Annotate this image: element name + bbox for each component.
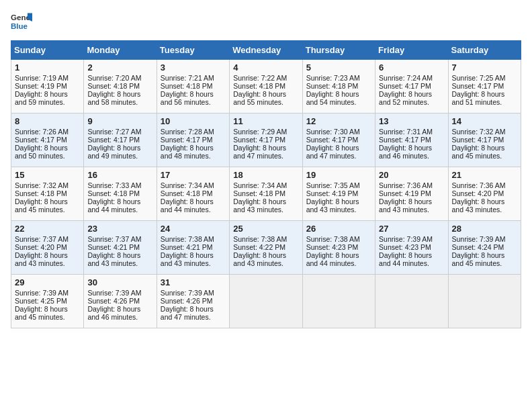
daylight: Daylight: 8 hours and 43 minutes. (15, 251, 68, 267)
calendar-cell: 25 Sunrise: 7:38 AM Sunset: 4:22 PM Dayl… (230, 221, 302, 275)
sunset: Sunset: 4:17 PM (379, 82, 431, 90)
calendar-cell: 26 Sunrise: 7:38 AM Sunset: 4:23 PM Dayl… (302, 221, 375, 275)
calendar-cell (448, 275, 521, 328)
calendar-cell: 22 Sunrise: 7:37 AM Sunset: 4:20 PM Dayl… (11, 221, 84, 275)
sunset: Sunset: 4:21 PM (161, 243, 213, 251)
sunrise: Sunrise: 7:39 AM (452, 235, 506, 243)
sunrise: Sunrise: 7:30 AM (306, 128, 360, 136)
sunset: Sunset: 4:18 PM (15, 189, 67, 197)
logo-icon: General Blue (11, 11, 32, 32)
sunset: Sunset: 4:24 PM (452, 243, 504, 251)
calendar-cell: 18 Sunrise: 7:34 AM Sunset: 4:18 PM Dayl… (230, 167, 302, 221)
sunrise: Sunrise: 7:27 AM (87, 128, 141, 136)
sunrise: Sunrise: 7:28 AM (161, 128, 214, 136)
day-number: 27 (379, 224, 444, 234)
sunset: Sunset: 4:22 PM (233, 243, 285, 251)
daylight: Daylight: 8 hours and 44 minutes. (87, 197, 140, 214)
day-number: 9 (87, 116, 152, 126)
day-number: 26 (306, 224, 371, 234)
day-number: 6 (379, 62, 444, 73)
calendar-cell: 20 Sunrise: 7:36 AM Sunset: 4:19 PM Dayl… (375, 167, 448, 221)
day-number: 11 (233, 116, 298, 126)
daylight: Daylight: 8 hours and 55 minutes. (233, 90, 286, 106)
col-header-monday: Monday (84, 41, 157, 60)
sunrise: Sunrise: 7:39 AM (161, 289, 214, 297)
sunset: Sunset: 4:17 PM (161, 136, 213, 144)
sunset: Sunset: 4:26 PM (161, 297, 213, 305)
daylight: Daylight: 8 hours and 47 minutes. (233, 144, 286, 160)
daylight: Daylight: 8 hours and 59 minutes. (15, 90, 68, 106)
calendar-cell: 8 Sunrise: 7:26 AM Sunset: 4:17 PM Dayli… (11, 113, 84, 167)
calendar-cell (302, 275, 375, 328)
day-number: 19 (306, 170, 371, 180)
sunset: Sunset: 4:17 PM (452, 136, 504, 144)
col-header-saturday: Saturday (448, 41, 521, 60)
daylight: Daylight: 8 hours and 45 minutes. (452, 251, 505, 267)
page-header: General Blue (11, 11, 521, 32)
calendar-cell: 4 Sunrise: 7:22 AM Sunset: 4:18 PM Dayli… (230, 60, 302, 113)
daylight: Daylight: 8 hours and 50 minutes. (15, 144, 68, 160)
calendar-cell: 21 Sunrise: 7:36 AM Sunset: 4:20 PM Dayl… (448, 167, 521, 221)
calendar-cell: 27 Sunrise: 7:39 AM Sunset: 4:23 PM Dayl… (375, 221, 448, 275)
col-header-thursday: Thursday (302, 41, 375, 60)
daylight: Daylight: 8 hours and 44 minutes. (161, 197, 214, 214)
daylight: Daylight: 8 hours and 46 minutes. (379, 144, 432, 160)
day-number: 31 (161, 277, 226, 287)
day-number: 13 (379, 116, 444, 126)
sunset: Sunset: 4:21 PM (87, 243, 140, 251)
daylight: Daylight: 8 hours and 43 minutes. (306, 197, 359, 214)
daylight: Daylight: 8 hours and 45 minutes. (15, 305, 68, 321)
day-number: 17 (161, 170, 226, 180)
sunset: Sunset: 4:17 PM (15, 136, 67, 144)
sunrise: Sunrise: 7:39 AM (15, 289, 69, 297)
day-number: 20 (379, 170, 444, 180)
day-number: 3 (161, 62, 226, 73)
calendar-cell: 14 Sunrise: 7:32 AM Sunset: 4:17 PM Dayl… (448, 113, 521, 167)
sunrise: Sunrise: 7:37 AM (87, 235, 141, 243)
day-number: 10 (161, 116, 226, 126)
sunrise: Sunrise: 7:34 AM (161, 181, 214, 189)
sunrise: Sunrise: 7:38 AM (306, 235, 360, 243)
day-number: 12 (306, 116, 371, 126)
sunrise: Sunrise: 7:38 AM (161, 235, 214, 243)
calendar-cell: 9 Sunrise: 7:27 AM Sunset: 4:17 PM Dayli… (84, 113, 157, 167)
sunset: Sunset: 4:23 PM (306, 243, 359, 251)
calendar-cell: 30 Sunrise: 7:39 AM Sunset: 4:26 PM Dayl… (84, 275, 157, 328)
day-number: 2 (87, 62, 152, 73)
sunrise: Sunrise: 7:19 AM (15, 74, 69, 82)
sunset: Sunset: 4:23 PM (379, 243, 431, 251)
calendar-cell: 7 Sunrise: 7:25 AM Sunset: 4:17 PM Dayli… (448, 60, 521, 113)
col-header-friday: Friday (375, 41, 448, 60)
day-number: 28 (452, 224, 517, 234)
daylight: Daylight: 8 hours and 44 minutes. (379, 251, 432, 267)
calendar-cell: 11 Sunrise: 7:29 AM Sunset: 4:17 PM Dayl… (230, 113, 302, 167)
calendar-cell: 19 Sunrise: 7:35 AM Sunset: 4:19 PM Dayl… (302, 167, 375, 221)
calendar-cell: 3 Sunrise: 7:21 AM Sunset: 4:18 PM Dayli… (157, 60, 229, 113)
sunset: Sunset: 4:17 PM (87, 136, 140, 144)
svg-text:Blue: Blue (11, 22, 28, 30)
daylight: Daylight: 8 hours and 48 minutes. (161, 144, 214, 160)
calendar-week-2: 8 Sunrise: 7:26 AM Sunset: 4:17 PM Dayli… (11, 113, 521, 167)
day-number: 23 (87, 224, 152, 234)
calendar-cell: 24 Sunrise: 7:38 AM Sunset: 4:21 PM Dayl… (157, 221, 229, 275)
daylight: Daylight: 8 hours and 43 minutes. (233, 251, 286, 267)
sunrise: Sunrise: 7:35 AM (306, 181, 360, 189)
day-number: 1 (15, 62, 80, 73)
sunrise: Sunrise: 7:26 AM (15, 128, 69, 136)
calendar-cell: 13 Sunrise: 7:31 AM Sunset: 4:17 PM Dayl… (375, 113, 448, 167)
daylight: Daylight: 8 hours and 43 minutes. (452, 197, 505, 214)
daylight: Daylight: 8 hours and 46 minutes. (87, 305, 140, 321)
day-number: 5 (306, 62, 371, 73)
calendar-cell: 5 Sunrise: 7:23 AM Sunset: 4:18 PM Dayli… (302, 60, 375, 113)
sunset: Sunset: 4:20 PM (15, 243, 67, 251)
sunset: Sunset: 4:18 PM (306, 82, 359, 90)
sunrise: Sunrise: 7:31 AM (379, 128, 433, 136)
daylight: Daylight: 8 hours and 49 minutes. (87, 144, 140, 160)
calendar-cell: 28 Sunrise: 7:39 AM Sunset: 4:24 PM Dayl… (448, 221, 521, 275)
day-number: 18 (233, 170, 298, 180)
day-number: 8 (15, 116, 80, 126)
sunset: Sunset: 4:18 PM (87, 82, 140, 90)
calendar-cell: 6 Sunrise: 7:24 AM Sunset: 4:17 PM Dayli… (375, 60, 448, 113)
col-header-wednesday: Wednesday (230, 41, 302, 60)
sunset: Sunset: 4:19 PM (15, 82, 67, 90)
